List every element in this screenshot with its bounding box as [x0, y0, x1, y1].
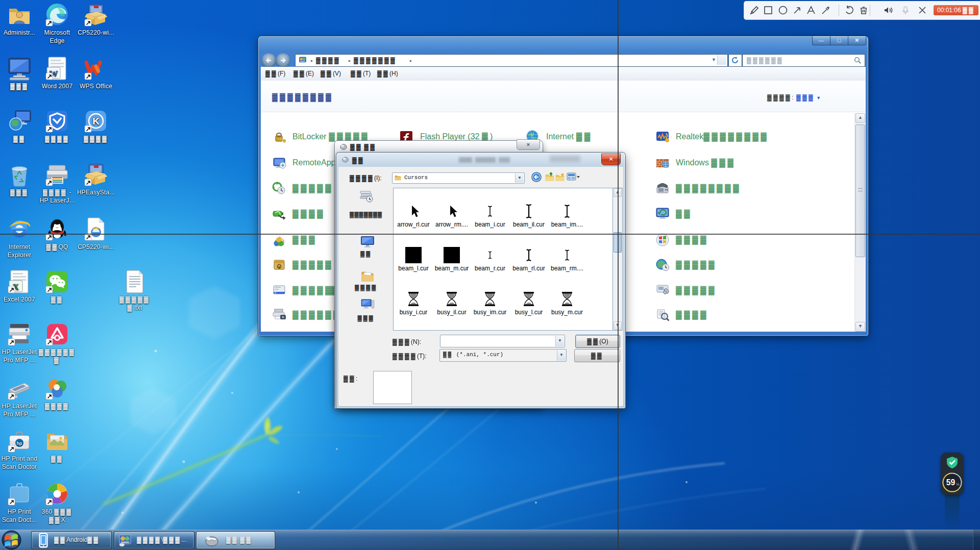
svg-text:K: K: [92, 116, 100, 127]
svg-text:%: %: [956, 482, 960, 487]
svg-text:hp: hp: [17, 441, 22, 446]
svg-text:59: 59: [946, 478, 955, 487]
